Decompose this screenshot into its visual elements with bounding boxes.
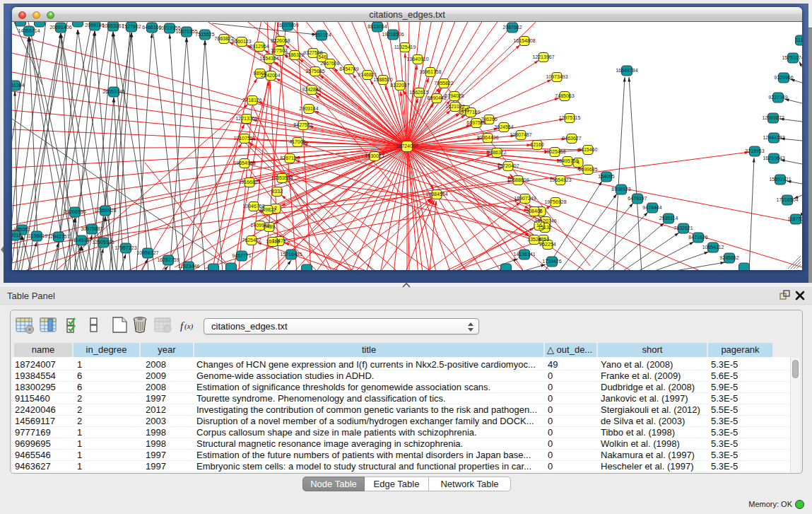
svg-text:8660123: 8660123 <box>232 39 251 44</box>
svg-text:20206536: 20206536 <box>64 209 86 214</box>
svg-text:10807487: 10807487 <box>510 132 531 137</box>
svg-text:9474444: 9474444 <box>642 205 661 210</box>
svg-text:15751074: 15751074 <box>782 55 802 60</box>
svg-text:9245652: 9245652 <box>719 255 739 260</box>
svg-text:8813054: 8813054 <box>367 24 387 29</box>
svg-text:4: 4 <box>577 160 579 165</box>
svg-text:39119: 39119 <box>12 233 22 238</box>
svg-text:9227349: 9227349 <box>768 95 787 100</box>
svg-text:3624554: 3624554 <box>494 124 513 129</box>
svg-text:2718126: 2718126 <box>242 98 261 103</box>
svg-text:2903144: 2903144 <box>299 106 318 111</box>
svg-text:10107552: 10107552 <box>233 136 255 141</box>
svg-text:9489: 9489 <box>264 224 275 229</box>
svg-text:12353594: 12353594 <box>271 175 293 180</box>
svg-text:7632621: 7632621 <box>673 226 693 230</box>
svg-text:16961758: 16961758 <box>419 69 441 74</box>
svg-text:19218506: 19218506 <box>382 32 404 37</box>
svg-text:1651304: 1651304 <box>12 83 25 88</box>
svg-text:26053346: 26053346 <box>102 89 124 94</box>
svg-text:417006: 417006 <box>289 139 305 144</box>
svg-text:10653267: 10653267 <box>102 23 124 28</box>
svg-text:16033809: 16033809 <box>276 23 298 28</box>
svg-text:18907249: 18907249 <box>514 196 536 201</box>
svg-text:12093872: 12093872 <box>762 115 784 120</box>
svg-text:9329966: 9329966 <box>774 75 793 80</box>
svg-text:14055714: 14055714 <box>18 28 40 33</box>
svg-text:1562615: 1562615 <box>409 90 428 95</box>
svg-text:16210643: 16210643 <box>763 156 784 160</box>
svg-text:7625402: 7625402 <box>242 238 261 243</box>
svg-text:19384554: 19384554 <box>425 192 447 197</box>
svg-text:9242848: 9242848 <box>302 87 321 92</box>
svg-text:15720407: 15720407 <box>497 163 519 168</box>
svg-text:7386372: 7386372 <box>487 150 506 155</box>
svg-text:8912954: 8912954 <box>249 44 269 49</box>
svg-text:16913: 16913 <box>266 239 280 244</box>
svg-text:16: 16 <box>536 223 542 228</box>
svg-text:546: 546 <box>318 54 326 59</box>
svg-text:1112: 1112 <box>796 37 802 42</box>
svg-text:135061: 135061 <box>13 227 30 232</box>
svg-text:17359928: 17359928 <box>94 208 116 213</box>
svg-text:6897568: 6897568 <box>466 120 486 125</box>
svg-text:252254: 252254 <box>539 242 555 247</box>
svg-text:15716485: 15716485 <box>280 252 302 257</box>
svg-text:19756928: 19756928 <box>544 199 566 204</box>
svg-text:8938923: 8938923 <box>611 187 630 192</box>
svg-text:13524: 13524 <box>527 237 541 242</box>
svg-text:6479197: 6479197 <box>628 196 647 201</box>
svg-text:16648784: 16648784 <box>616 68 637 73</box>
svg-text:15692921: 15692921 <box>769 177 791 182</box>
svg-text:6794028: 6794028 <box>445 93 464 98</box>
svg-text:8427552: 8427552 <box>293 122 312 127</box>
svg-text:20691406: 20691406 <box>49 25 71 30</box>
svg-text:12213369: 12213369 <box>235 116 257 121</box>
svg-text:16782759: 16782759 <box>157 257 179 262</box>
svg-text:11923446: 11923446 <box>178 264 200 269</box>
svg-text:8332: 8332 <box>271 189 283 194</box>
svg-text:12975115: 12975115 <box>559 115 581 120</box>
svg-text:8226058: 8226058 <box>271 38 290 43</box>
svg-text:2242004: 2242004 <box>261 73 280 78</box>
svg-text:16671355: 16671355 <box>175 29 197 34</box>
svg-text:9146821: 9146821 <box>358 72 377 77</box>
svg-text:8267130: 8267130 <box>280 156 299 160</box>
svg-text:8454749: 8454749 <box>339 66 358 71</box>
svg-text:7955822: 7955822 <box>434 81 453 86</box>
svg-text:7515525: 7515525 <box>195 32 214 37</box>
svg-text:13640910: 13640910 <box>406 57 428 62</box>
svg-text:8990448: 8990448 <box>427 95 446 100</box>
svg-text:19654923: 19654923 <box>549 177 571 182</box>
svg-text:116753: 116753 <box>788 216 802 221</box>
svg-text:16154808: 16154808 <box>513 38 535 43</box>
svg-text:8186328: 8186328 <box>285 52 304 57</box>
svg-text:8471626: 8471626 <box>688 235 707 240</box>
svg-text:17957223: 17957223 <box>114 245 136 250</box>
svg-text:10958127: 10958127 <box>136 250 158 255</box>
svg-text:1733426: 1733426 <box>542 259 561 264</box>
svg-text:11156819: 11156819 <box>26 233 47 238</box>
svg-text:(x): (x) <box>184 322 194 331</box>
svg-text:11325419: 11325419 <box>394 45 416 49</box>
svg-text:9115460: 9115460 <box>579 147 598 152</box>
svg-text:19654985: 19654985 <box>233 160 255 165</box>
svg-text:6699695: 6699695 <box>578 167 597 172</box>
svg-text:12444183: 12444183 <box>763 135 784 140</box>
svg-text:18724007: 18724007 <box>396 144 418 148</box>
svg-text:2967608: 2967608 <box>320 61 339 66</box>
svg-text:3215953: 3215953 <box>745 148 764 153</box>
svg-text:7357224: 7357224 <box>312 33 331 37</box>
svg-text:10654112: 10654112 <box>702 245 724 250</box>
svg-text:12505135: 12505135 <box>92 240 114 245</box>
svg-text:20364436: 20364436 <box>476 135 498 140</box>
svg-text:17016504: 17016504 <box>776 197 798 202</box>
svg-text:7485063: 7485063 <box>555 93 574 98</box>
svg-text:9777169: 9777169 <box>461 110 480 115</box>
svg-text:19166827: 19166827 <box>238 180 260 185</box>
svg-text:30975887: 30975887 <box>81 226 102 231</box>
svg-text:3675685: 3675685 <box>305 69 324 74</box>
svg-text:12213967: 12213967 <box>532 54 554 59</box>
svg-text:18495758: 18495758 <box>556 158 578 163</box>
svg-text:12942757: 12942757 <box>47 234 69 239</box>
